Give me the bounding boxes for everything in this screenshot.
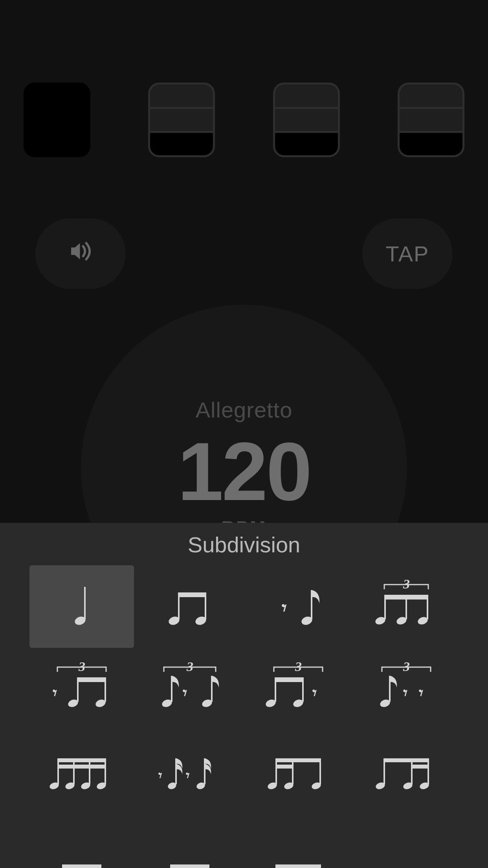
subdivision-sixteenths-var-b[interactable] [354, 730, 459, 813]
svg-rect-32 [275, 677, 304, 682]
svg-rect-79 [170, 864, 209, 868]
subdivision-quarter[interactable] [29, 565, 134, 648]
svg-rect-60 [275, 765, 294, 769]
tap-label: TAP [386, 241, 429, 267]
partial-1-icon [46, 854, 117, 868]
beat-1[interactable] [24, 83, 90, 157]
beat-indicator-row [24, 83, 464, 157]
svg-text:𝄾: 𝄾 [183, 690, 187, 696]
rest-eighth-icon: 𝄾 [263, 583, 334, 630]
subdivision-partial-2[interactable] [138, 813, 242, 868]
sixteenths-var-b-icon [371, 748, 442, 795]
svg-text:𝄾: 𝄾 [282, 604, 287, 612]
svg-rect-20 [77, 677, 106, 682]
subdivision-partial-4[interactable] [354, 813, 459, 868]
svg-text:3: 3 [403, 659, 410, 674]
svg-text:𝄾: 𝄾 [419, 690, 423, 696]
subdivision-sheet: Subdivision 𝄾 [0, 523, 488, 868]
svg-rect-2 [178, 592, 206, 597]
bpm-value: 120 [178, 430, 310, 513]
triplet-rest-end-icon: 3 𝄾 [263, 666, 334, 713]
svg-text:3: 3 [78, 659, 85, 674]
svg-text:𝄾: 𝄾 [53, 690, 57, 696]
volume-icon [65, 235, 96, 272]
rest-triplet-1-icon: 3 𝄾 [46, 666, 117, 713]
subdivision-rest-triplet-1[interactable]: 3 𝄾 [29, 648, 134, 730]
subdivision-grid: 𝄾 3 3 𝄾 [0, 565, 488, 868]
svg-rect-67 [383, 758, 429, 762]
subdivision-sixteenths-var-a[interactable] [246, 730, 350, 813]
subdivision-partial-1[interactable] [29, 813, 134, 868]
tap-tempo-button[interactable]: TAP [362, 218, 453, 289]
svg-text:3: 3 [403, 577, 410, 591]
swing-sixteenths-icon: 𝄾 𝄾 [154, 748, 225, 795]
triplet-rest-2-3-icon: 3 𝄾 𝄾 [371, 666, 442, 713]
svg-text:𝄾: 𝄾 [312, 690, 317, 696]
svg-rect-44 [57, 765, 106, 769]
tempo-name: Allegretto [196, 397, 293, 423]
subdivision-triplet-rest-end[interactable]: 3 𝄾 [246, 648, 350, 730]
subdivision-triplet-rest-2-3[interactable]: 3 𝄾 𝄾 [354, 648, 459, 730]
triplet-icon: 3 [371, 583, 442, 630]
svg-text:𝄾: 𝄾 [403, 690, 407, 696]
subdivision-four-sixteenths[interactable] [29, 730, 134, 813]
subdivision-triplet[interactable]: 3 [354, 565, 459, 648]
triplet-rest-mid-icon: 3 𝄾 [154, 666, 225, 713]
svg-rect-59 [275, 758, 321, 762]
svg-text:3: 3 [186, 659, 193, 674]
beat-4[interactable] [398, 83, 464, 157]
svg-text:3: 3 [295, 659, 302, 674]
subdivision-swing-sixteenths[interactable]: 𝄾 𝄾 [138, 730, 242, 813]
subdivision-rest-eighth[interactable]: 𝄾 [246, 565, 350, 648]
svg-rect-68 [411, 765, 429, 769]
svg-text:𝄾: 𝄾 [158, 772, 162, 778]
two-eighths-icon [154, 583, 225, 630]
partial-2-icon [154, 854, 225, 868]
quarter-note-icon [46, 583, 117, 630]
beat-2[interactable] [148, 83, 215, 157]
sixteenths-var-a-icon [263, 748, 334, 795]
four-sixteenths-icon [46, 748, 117, 795]
svg-text:𝄾: 𝄾 [186, 772, 190, 778]
svg-rect-75 [62, 864, 101, 868]
subdivision-two-eighths[interactable] [138, 565, 242, 648]
beat-3[interactable] [273, 83, 340, 157]
subdivision-title: Subdivision [0, 529, 488, 565]
sound-button[interactable] [35, 218, 126, 289]
partial-3-icon [263, 854, 334, 868]
subdivision-triplet-rest-mid[interactable]: 3 𝄾 [138, 648, 242, 730]
subdivision-partial-3[interactable] [246, 813, 350, 868]
svg-rect-43 [57, 758, 106, 762]
controls-row: TAP [35, 218, 453, 289]
